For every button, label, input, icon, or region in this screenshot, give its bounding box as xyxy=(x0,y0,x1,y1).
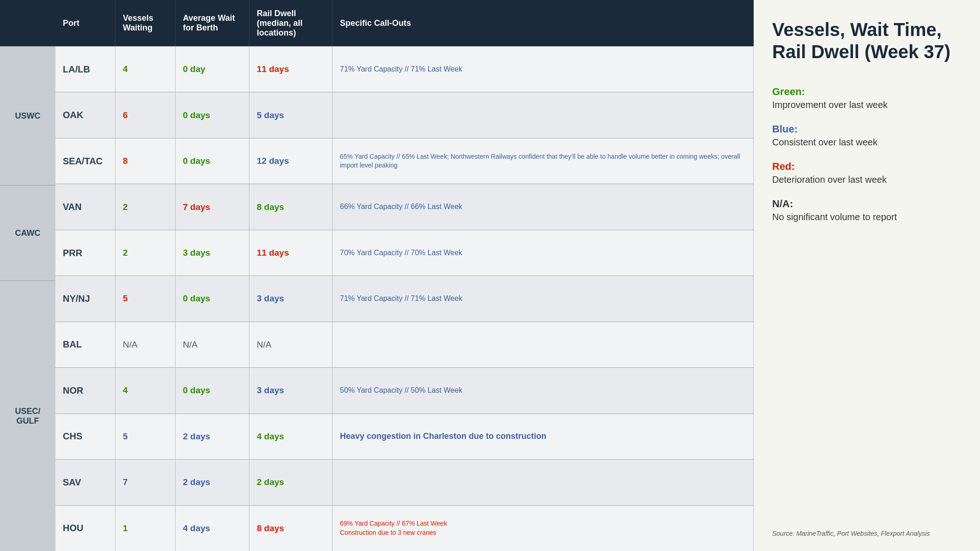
table-row: NY/NJ50 days3 days71% Yard Capacity // 7… xyxy=(55,276,754,321)
cell-wait: 0 days xyxy=(175,368,249,413)
table-row: SEA/TAC80 days12 days65% Yard Capacity /… xyxy=(55,138,754,184)
cell-wait: 0 days xyxy=(175,276,249,321)
cell-vessels: 2 xyxy=(115,230,175,276)
legend-green-label: Green: xyxy=(772,86,962,98)
cell-rail: 12 days xyxy=(249,138,333,184)
cell-callout xyxy=(333,92,754,138)
cell-wait: 2 days xyxy=(175,414,249,459)
cell-wait: 4 days xyxy=(175,506,249,551)
cell-vessels: 5 xyxy=(115,276,175,321)
legend-na: N/A: No significant volume to report xyxy=(772,198,962,222)
cell-port: NY/NJ xyxy=(55,276,115,321)
data-rows: LA/LB40 day11 days71% Yard Capacity // 7… xyxy=(55,46,754,551)
legend-blue-desc: Consistent over last week xyxy=(772,137,962,148)
cell-wait: 3 days xyxy=(175,230,249,276)
legend-na-label: N/A: xyxy=(772,198,962,210)
header-row: Port Vessels Waiting Average Wait for Be… xyxy=(55,0,754,46)
cell-wait: 0 days xyxy=(175,138,249,184)
cell-callout xyxy=(333,460,754,505)
cell-callout: 71% Yard Capacity // 71% Last Week xyxy=(333,47,754,92)
cell-rail: 3 days xyxy=(249,368,333,413)
region-label-USWC: USWC xyxy=(0,46,55,185)
region-label-USEC GULF: USEC/ GULF xyxy=(0,281,55,551)
cell-rail: 8 days xyxy=(249,184,333,229)
cell-callout xyxy=(333,322,754,367)
cell-rail: 4 days xyxy=(249,414,333,459)
table-row: NOR40 days3 days50% Yard Capacity // 50%… xyxy=(55,367,754,413)
cell-port: OAK xyxy=(55,92,115,138)
legend-red-label: Red: xyxy=(772,161,962,173)
cell-port: LA/LB xyxy=(55,47,115,92)
cell-port: SEA/TAC xyxy=(55,138,115,184)
legend-blue: Blue: Consistent over last week xyxy=(772,123,962,148)
cell-port: NOR xyxy=(55,368,115,413)
cell-rail: 2 days xyxy=(249,460,333,505)
header-rail: Rail Dwell (median, all locations) xyxy=(249,0,333,46)
region-label-CAWC: CAWC xyxy=(0,185,55,281)
cell-rail: 5 days xyxy=(249,92,333,138)
table-row: VAN27 days8 days66% Yard Capacity // 66%… xyxy=(55,184,754,229)
cell-callout: 69% Yard Capacity // 67% Last WeekConstr… xyxy=(333,506,754,551)
table-row: CHS52 days4 daysHeavy congestion in Char… xyxy=(55,413,754,459)
header-wait: Average Wait for Berth xyxy=(175,0,249,46)
cell-vessels: 2 xyxy=(115,184,175,229)
legend-red-desc: Deterioration over last week xyxy=(772,174,962,185)
table-wrapper: USWCCAWCUSEC/ GULF Port Vessels Waiting … xyxy=(0,0,754,551)
cell-vessels: 7 xyxy=(115,460,175,505)
cell-rail: 8 days xyxy=(249,506,333,551)
cell-callout: 71% Yard Capacity // 71% Last Week xyxy=(333,276,754,321)
cell-port: VAN xyxy=(55,184,115,229)
table-row: SAV72 days2 days xyxy=(55,459,754,505)
cell-wait: 0 day xyxy=(175,47,249,92)
region-header-spacer xyxy=(0,0,55,46)
page-title: Vessels, Wait Time, Rail Dwell (Week 37) xyxy=(772,18,962,63)
cell-rail: 11 days xyxy=(249,230,333,276)
legend-red: Red: Deterioration over last week xyxy=(772,161,962,185)
cell-vessels: 6 xyxy=(115,92,175,138)
cell-vessels: 8 xyxy=(115,138,175,184)
cell-vessels: 4 xyxy=(115,47,175,92)
table-row: BALN/AN/AN/A xyxy=(55,322,754,367)
header-callouts: Specific Call-Outs xyxy=(333,0,754,46)
cell-port: SAV xyxy=(55,460,115,505)
cell-callout: 50% Yard Capacity // 50% Last Week xyxy=(333,368,754,413)
legend-na-desc: No significant volume to report xyxy=(772,212,962,222)
main-table: Port Vessels Waiting Average Wait for Be… xyxy=(55,0,754,551)
table-section: USWCCAWCUSEC/ GULF Port Vessels Waiting … xyxy=(0,0,754,551)
cell-rail: N/A xyxy=(249,322,333,367)
table-row: LA/LB40 day11 days71% Yard Capacity // 7… xyxy=(55,46,754,92)
source-text: Source: MarineTraffic, Port Websites, Fl… xyxy=(772,530,962,537)
cell-callout: 70% Yard Capacity // 70% Last Week xyxy=(333,230,754,276)
cell-callout: 65% Yard Capacity // 65% Last Week; Nort… xyxy=(333,138,754,184)
cell-port: PRR xyxy=(55,230,115,276)
cell-callout: Heavy congestion in Charleston due to co… xyxy=(333,414,754,459)
cell-port: CHS xyxy=(55,414,115,459)
cell-callout: 66% Yard Capacity // 66% Last Week xyxy=(333,184,754,229)
cell-port: BAL xyxy=(55,322,115,367)
cell-vessels: N/A xyxy=(115,322,175,367)
table-row: PRR23 days11 days70% Yard Capacity // 70… xyxy=(55,230,754,276)
cell-rail: 11 days xyxy=(249,47,333,92)
cell-rail: 3 days xyxy=(249,276,333,321)
cell-vessels: 5 xyxy=(115,414,175,459)
header-port: Port xyxy=(55,0,115,46)
right-panel: Vessels, Wait Time, Rail Dwell (Week 37)… xyxy=(754,0,980,551)
table-row: HOU14 days8 days69% Yard Capacity // 67%… xyxy=(55,505,754,551)
cell-wait: N/A xyxy=(175,322,249,367)
table-row: OAK60 days5 days xyxy=(55,92,754,138)
cell-wait: 2 days xyxy=(175,460,249,505)
region-column: USWCCAWCUSEC/ GULF xyxy=(0,0,55,551)
cell-vessels: 1 xyxy=(115,506,175,551)
legend-blue-label: Blue: xyxy=(772,123,962,135)
cell-port: HOU xyxy=(55,506,115,551)
header-vessels: Vessels Waiting xyxy=(115,0,175,46)
legend-green-desc: Improvement over last week xyxy=(772,100,962,110)
cell-vessels: 4 xyxy=(115,368,175,413)
cell-wait: 7 days xyxy=(175,184,249,229)
cell-wait: 0 days xyxy=(175,92,249,138)
legend-green: Green: Improvement over last week xyxy=(772,86,962,110)
